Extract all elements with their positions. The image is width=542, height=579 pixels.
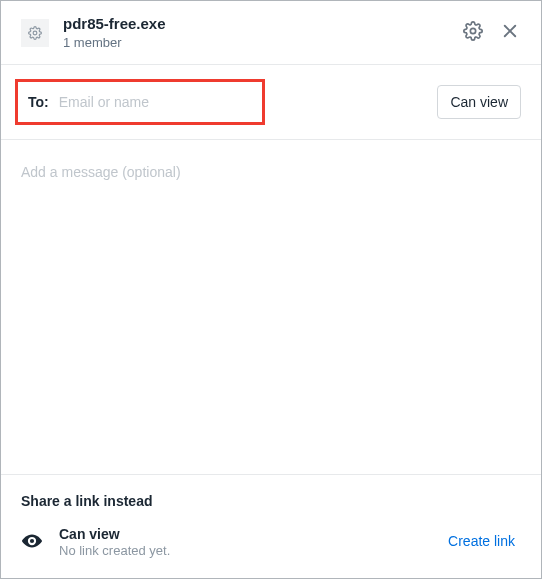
file-name: pdr85-free.exe: [63, 15, 461, 33]
close-icon: [501, 22, 519, 43]
title-block: pdr85-free.exe 1 member: [63, 15, 461, 50]
svg-point-0: [33, 31, 37, 35]
share-link-section: Share a link instead Can view No link cr…: [1, 474, 541, 578]
link-row: Can view No link created yet. Create lin…: [21, 525, 521, 558]
to-label: To:: [28, 94, 49, 110]
gear-icon: [463, 21, 483, 44]
close-button[interactable]: [499, 20, 521, 45]
settings-button[interactable]: [461, 19, 485, 46]
message-area: [1, 140, 541, 474]
member-count: 1 member: [63, 35, 461, 50]
create-link-button[interactable]: Create link: [442, 529, 521, 553]
file-icon: [21, 19, 49, 47]
permission-dropdown[interactable]: Can view: [437, 85, 521, 119]
recipient-row: To: Can view: [1, 65, 541, 140]
recipient-input[interactable]: [59, 94, 252, 110]
svg-point-1: [470, 28, 475, 33]
link-permission-label: Can view: [59, 525, 442, 543]
link-text-block: Can view No link created yet.: [59, 525, 442, 558]
dialog-header: pdr85-free.exe 1 member: [1, 1, 541, 65]
link-status: No link created yet.: [59, 543, 442, 558]
eye-icon: [21, 530, 43, 552]
recipient-field-highlight: To:: [15, 79, 265, 125]
message-input[interactable]: [21, 164, 521, 212]
header-actions: [461, 19, 521, 46]
svg-point-4: [30, 539, 34, 543]
share-link-title: Share a link instead: [21, 493, 521, 509]
